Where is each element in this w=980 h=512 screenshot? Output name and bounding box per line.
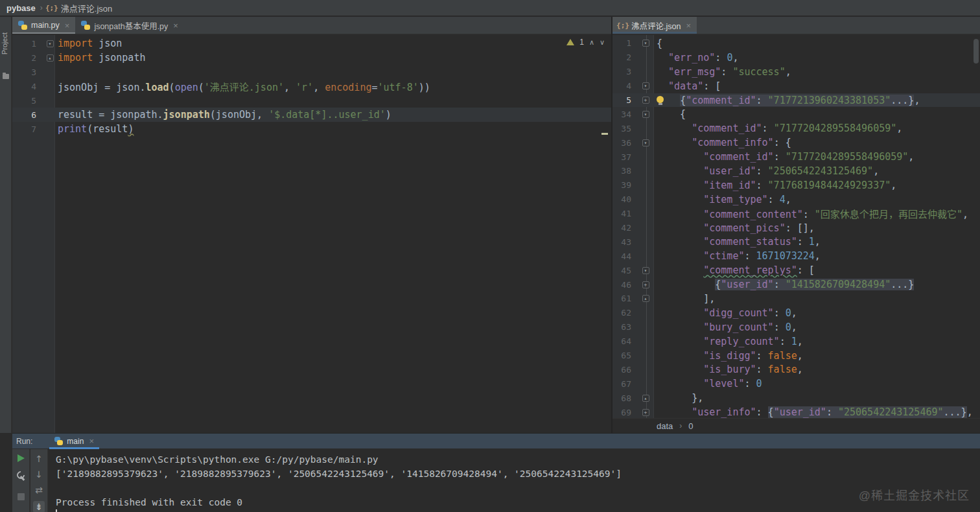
token: : { [774, 137, 791, 148]
token: "level" [703, 378, 744, 390]
token: }, [657, 392, 703, 404]
close-tab-icon[interactable]: × [173, 21, 178, 30]
token: "user_info" [692, 406, 756, 418]
fold-marker[interactable]: ▴ [642, 295, 649, 302]
line-number: 46 [612, 280, 637, 290]
intention-bulb-icon[interactable] [657, 96, 664, 103]
right-editor-tabbar: {;} 沸点评论.json × [612, 17, 980, 34]
token: : [ [797, 264, 815, 276]
project-tool-button[interactable]: Project [1, 32, 8, 54]
code-text: { [654, 108, 686, 120]
line-number: 3 [612, 67, 637, 76]
breadcrumb-index[interactable]: 0 [688, 421, 693, 431]
fold-marker[interactable]: ▾ [47, 40, 54, 47]
fold-marker[interactable]: ▴ [47, 54, 54, 62]
fold-column: ▾ [637, 267, 654, 274]
fold-marker[interactable]: ▾ [642, 40, 649, 47]
code-line: 46+ {"user_id": "1415826709428494"...} [612, 277, 980, 292]
close-tab-icon[interactable]: × [686, 21, 691, 30]
code-text: ], [654, 293, 715, 305]
token: : [762, 122, 774, 134]
code-text: print(result) [55, 123, 134, 135]
close-tab-icon[interactable]: × [65, 21, 70, 30]
token [657, 364, 703, 375]
scrollbar-thumb[interactable] [974, 39, 979, 64]
line-number: 3 [12, 67, 45, 77]
fold-marker[interactable]: + [642, 409, 649, 416]
breadcrumb-data[interactable]: data [657, 421, 673, 431]
line-number: 43 [612, 237, 637, 247]
console-caret [56, 509, 57, 512]
run-toolbar-left [12, 449, 30, 512]
code-line: 42 "comment_pics": [], [612, 221, 980, 235]
token [657, 194, 703, 205]
code-text: "ctime": 1671073224, [654, 250, 821, 262]
tab-jsonpath-py[interactable]: jsonpath基本使用.py × [75, 17, 184, 34]
token: : [715, 52, 727, 64]
breadcrumb-project[interactable]: pybase [6, 3, 36, 13]
breadcrumb-file[interactable]: 沸点评论.json [61, 2, 112, 14]
fold-marker[interactable]: ▾ [642, 139, 649, 146]
code-line: 3 [12, 65, 611, 79]
code-line: 6result = jsonpath.jsonpath(jsonObj, '$.… [12, 108, 611, 122]
tab-main-py[interactable]: main.py × [12, 17, 75, 34]
line-number: 1 [12, 39, 45, 49]
fold-marker[interactable]: + [642, 97, 649, 104]
code-text: "digg_count": 0, [654, 307, 797, 319]
run-console[interactable]: G:\py\pybase\venv\Scripts\python.exe G:/… [56, 452, 980, 512]
rerun-icon[interactable] [18, 454, 25, 462]
token: : [744, 378, 756, 390]
run-tab-main[interactable]: main × [49, 434, 99, 449]
token: , [284, 82, 296, 93]
token: , [797, 350, 803, 362]
up-stack-trace-icon[interactable]: ↑ [35, 454, 43, 463]
token: jsonObj = json. [58, 82, 145, 93]
fold-column: ▾ [637, 82, 654, 89]
code-line: 35 "comment_id": "7177204289558496059", [612, 121, 980, 135]
fold-marker[interactable]: + [642, 281, 649, 288]
line-number: 35 [612, 124, 637, 134]
token [657, 165, 703, 177]
fold-marker[interactable]: ▾ [642, 82, 649, 89]
code-line: 3 "err_msg": "success", [612, 65, 980, 79]
token: 'r' [296, 82, 313, 93]
line-number: 65 [612, 351, 637, 360]
left-editor-tabbar: main.py × jsonpath基本使用.py × [12, 17, 611, 34]
code-text: { [654, 38, 662, 49]
code-text: "comment_id": "7177204289558496059", [654, 151, 914, 163]
line-number: 2 [612, 52, 637, 62]
token: json [93, 38, 122, 49]
token: "2506542243125469" [838, 406, 944, 418]
python-editor[interactable]: 1▾import json2▴import jsonpath34jsonObj … [12, 35, 611, 433]
token: 0 [786, 307, 791, 319]
breadcrumb-separator-icon: › [679, 421, 682, 430]
token: : [826, 406, 838, 418]
settings-wrench-icon[interactable] [16, 471, 25, 480]
fold-marker[interactable]: ▾ [642, 267, 649, 274]
scrollbar-warning-mark[interactable] [601, 133, 608, 135]
stop-icon[interactable] [18, 493, 25, 500]
token: "err_msg" [668, 66, 721, 78]
line-number: 4 [12, 82, 45, 91]
tab-json-file[interactable]: {;} 沸点评论.json × [612, 17, 697, 34]
fold-column: ▴ [45, 54, 55, 62]
soft-wrap-icon[interactable]: ⇄ [35, 485, 43, 495]
close-tab-icon[interactable]: × [89, 436, 94, 446]
prev-problem-icon[interactable]: ∧ [589, 38, 594, 47]
fold-marker[interactable]: ▾ [642, 111, 649, 118]
line-number: 41 [612, 209, 637, 218]
token: "user_id" [774, 406, 826, 418]
token: "success" [732, 66, 785, 78]
down-stack-trace-icon[interactable]: ↓ [35, 470, 43, 479]
code-line: 37 "comment_id": "7177204289558496059", [612, 150, 980, 164]
json-editor[interactable]: 1▾{2 "err_no": 0,3 "err_msg": "success",… [612, 35, 980, 418]
line-number: 68 [612, 393, 637, 403]
run-tool-window: Run: main × ↑ ↓ ⇄ ⇟ G:\py\pybase\venv\Sc… [0, 433, 980, 512]
next-problem-icon[interactable]: ∨ [600, 38, 605, 47]
scroll-to-end-icon[interactable]: ⇟ [33, 501, 45, 512]
run-header: Run: main × [12, 433, 980, 448]
line-number: 5 [612, 95, 637, 105]
fold-marker[interactable]: ▴ [642, 395, 649, 402]
token: jsonpath [93, 52, 145, 64]
inspections-widget[interactable]: 1 ∧ ∨ [566, 38, 605, 47]
